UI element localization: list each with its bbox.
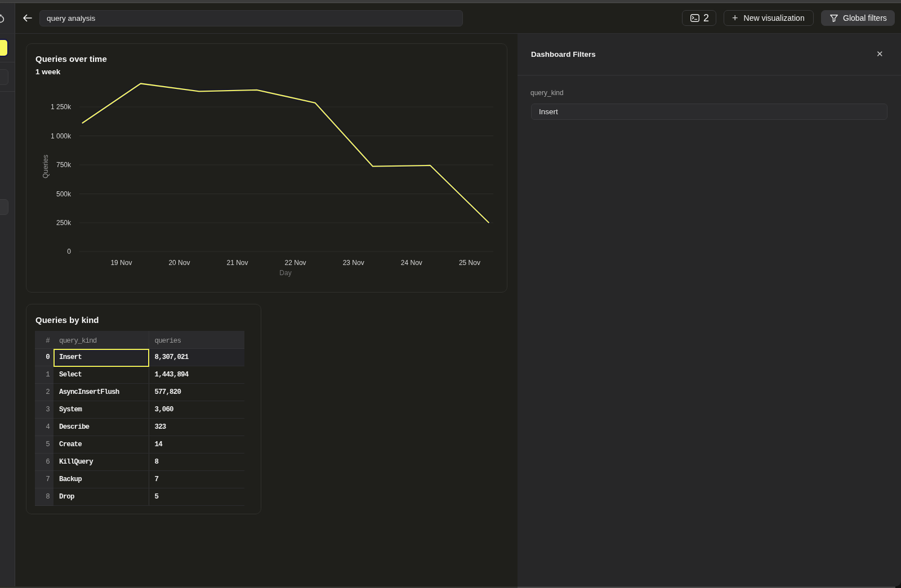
svg-text:23 Nov: 23 Nov bbox=[343, 259, 364, 267]
svg-text:1 250k: 1 250k bbox=[51, 103, 72, 111]
svg-text:0: 0 bbox=[67, 248, 71, 255]
svg-text:250k: 250k bbox=[56, 219, 72, 227]
svg-text:Queries: Queries bbox=[42, 155, 50, 178]
svg-text:Day: Day bbox=[279, 269, 291, 277]
svg-text:750k: 750k bbox=[56, 161, 72, 169]
svg-text:21 Nov: 21 Nov bbox=[226, 259, 248, 267]
svg-text:24 Nov: 24 Nov bbox=[401, 259, 422, 267]
svg-text:500k: 500k bbox=[56, 190, 72, 198]
svg-text:25 Nov: 25 Nov bbox=[459, 259, 480, 267]
svg-text:22 Nov: 22 Nov bbox=[285, 259, 306, 267]
svg-text:19 Nov: 19 Nov bbox=[110, 259, 132, 267]
svg-text:1 000k: 1 000k bbox=[51, 132, 72, 140]
svg-text:20 Nov: 20 Nov bbox=[168, 259, 190, 267]
